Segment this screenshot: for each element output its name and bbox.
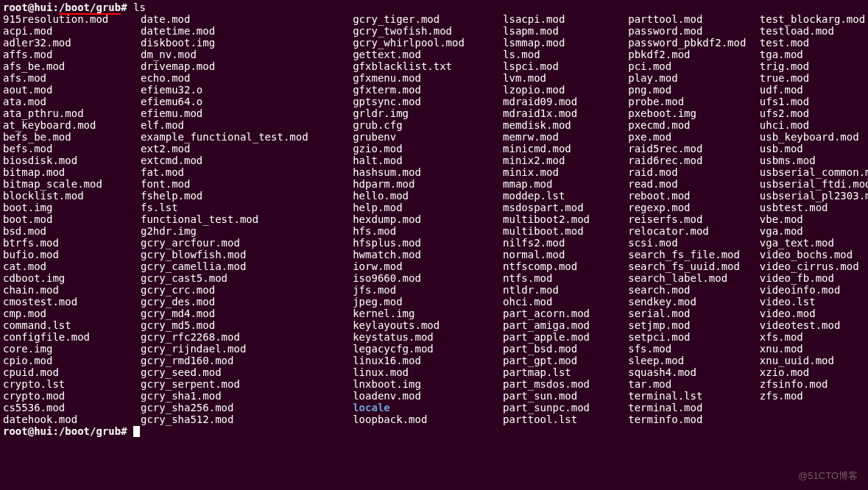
file-entry: ohci.mod: [503, 296, 621, 308]
file-entry: password_pbkdf2.mod: [628, 37, 752, 49]
file-entry: videoinfo.mod: [760, 284, 868, 296]
ls-column: date.mod datetime.mod diskboot.img dm_nv…: [141, 13, 345, 425]
file-entry: search_label.mod: [628, 272, 752, 284]
file-entry: normal.mod: [503, 249, 621, 260]
file-entry: setpci.mod: [628, 331, 752, 343]
prompt-colon: :: [52, 1, 58, 13]
file-entry: hfsplus.mod: [353, 237, 495, 249]
file-entry: search_fs_uuid.mod: [628, 260, 752, 272]
file-entry: xfs.mod: [760, 331, 868, 343]
file-entry: cs5536.mod: [3, 402, 133, 413]
file-entry: gcry_sha1.mod: [141, 390, 345, 402]
file-entry: gcry_cast5.mod: [141, 272, 345, 284]
file-entry: diskboot.img: [141, 37, 345, 49]
file-entry: bitmap_scale.mod: [3, 178, 133, 190]
file-entry: halt.mod: [353, 155, 495, 166]
file-entry: fshelp.mod: [141, 190, 345, 202]
file-entry: blocklist.mod: [3, 190, 133, 202]
file-entry: ls.mod: [503, 49, 621, 60]
file-entry: ntldr.mod: [503, 284, 621, 296]
file-entry: kernel.img: [353, 308, 495, 319]
file-entry: mdraid09.mod: [503, 96, 621, 107]
file-entry: part_sun.mod: [503, 390, 621, 402]
file-entry: video_cirrus.mod: [760, 260, 868, 272]
file-entry: gcry_whirlpool.mod: [353, 37, 495, 49]
file-entry: play.mod: [628, 72, 752, 84]
file-entry: multiboot2.mod: [503, 213, 621, 225]
file-entry: at_keyboard.mod: [3, 119, 133, 131]
prompt-user: root@hui: [3, 1, 52, 13]
prompt-path-plain: /boot/grub: [59, 425, 121, 437]
file-entry: fat.mod: [141, 166, 345, 178]
file-entry: xnu.mod: [760, 343, 868, 355]
file-entry: font.mod: [141, 178, 345, 190]
file-entry: afs.mod: [3, 72, 133, 84]
file-entry: ufs1.mod: [760, 96, 868, 107]
file-entry: reboot.mod: [628, 190, 752, 202]
file-entry: usbserial_pl2303.mod: [760, 190, 868, 202]
file-entry: gptsync.mod: [353, 96, 495, 107]
file-entry: regexp.mod: [628, 202, 752, 213]
file-entry: efiemu32.o: [141, 84, 345, 96]
file-entry: part_gpt.mod: [503, 355, 621, 366]
file-entry: gcry_crc.mod: [141, 284, 345, 296]
file-entry: sleep.mod: [628, 355, 752, 366]
file-entry: part_amiga.mod: [503, 319, 621, 331]
file-entry: search_fs_file.mod: [628, 249, 752, 260]
file-entry: search.mod: [628, 284, 752, 296]
file-entry: datetime.mod: [141, 25, 345, 37]
file-entry: functional_test.mod: [141, 213, 345, 225]
file-entry: setjmp.mod: [628, 319, 752, 331]
file-entry: sfs.mod: [628, 343, 752, 355]
ls-column: test_blockarg.modtestload.modtest.modtga…: [760, 13, 868, 425]
file-entry: vbe.mod: [760, 213, 868, 225]
file-entry: gfxblacklist.txt: [353, 60, 495, 72]
cursor-icon[interactable]: [133, 426, 140, 437]
file-entry: part_acorn.mod: [503, 308, 621, 319]
file-entry: keystatus.mod: [353, 331, 495, 343]
file-entry: hwmatch.mod: [353, 249, 495, 260]
file-entry: nilfs2.mod: [503, 237, 621, 249]
file-entry: boot.mod: [3, 213, 133, 225]
prompt-line-bottom: root@hui:/boot/grub#: [3, 425, 865, 437]
terminal[interactable]: root@hui:/boot/grub# ls 915resolution.mo…: [0, 0, 868, 438]
file-entry: trig.mod: [760, 60, 868, 72]
file-entry: part_apple.mod: [503, 331, 621, 343]
prompt-colon: :: [52, 425, 58, 437]
file-entry: usbserial_common.mod: [760, 166, 868, 178]
file-entry: gcry_rijndael.mod: [141, 343, 345, 355]
file-entry: echo.mod: [141, 72, 345, 84]
file-entry: raid6rec.mod: [628, 155, 752, 166]
file-entry: ufs2.mod: [760, 107, 868, 119]
file-entry: datehook.mod: [3, 413, 133, 425]
file-entry: lspci.mod: [503, 60, 621, 72]
file-entry: bitmap.mod: [3, 166, 133, 178]
file-entry: minix.mod: [503, 166, 621, 178]
file-entry: iorw.mod: [353, 260, 495, 272]
file-entry: efiemu64.o: [141, 96, 345, 107]
file-entry: fs.lst: [141, 202, 345, 213]
file-entry: cpuid.mod: [3, 366, 133, 378]
file-entry: ntfs.mod: [503, 272, 621, 284]
file-entry: gcry_serpent.mod: [141, 378, 345, 390]
file-entry: loadenv.mod: [353, 390, 495, 402]
file-entry: configfile.mod: [3, 331, 133, 343]
file-entry: cdboot.img: [3, 272, 133, 284]
file-entry: tga.mod: [760, 49, 868, 60]
file-entry: crypto.mod: [3, 390, 133, 402]
file-entry: g2hdr.img: [141, 225, 345, 237]
file-entry: efiemu.mod: [141, 107, 345, 119]
file-entry: adler32.mod: [3, 37, 133, 49]
command-text: ls: [133, 1, 146, 13]
file-entry: date.mod: [141, 13, 345, 25]
file-entry: core.img: [3, 343, 133, 355]
prompt-line-top: root@hui:/boot/grub# ls: [3, 1, 865, 13]
file-entry: btrfs.mod: [3, 237, 133, 249]
file-entry: hexdump.mod: [353, 213, 495, 225]
file-entry: xnu_uuid.mod: [760, 355, 868, 366]
file-entry: multiboot.mod: [503, 225, 621, 237]
file-entry: usbtest.mod: [760, 202, 868, 213]
file-entry: usb_keyboard.mod: [760, 131, 868, 143]
file-entry: hfs.mod: [353, 225, 495, 237]
file-entry: tar.mod: [628, 378, 752, 390]
